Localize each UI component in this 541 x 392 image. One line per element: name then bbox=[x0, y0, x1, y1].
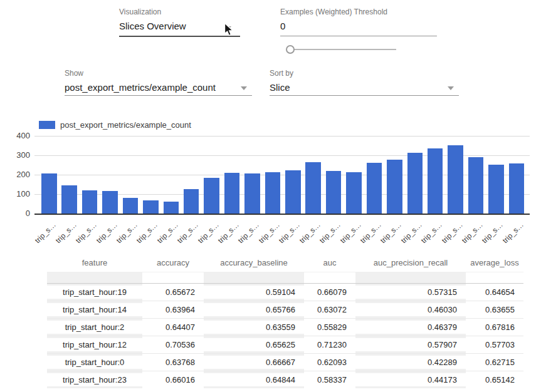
filter-cell bbox=[142, 272, 204, 283]
x-axis-tick-label: trip_s… bbox=[460, 220, 485, 245]
cell-value: 0.57907 bbox=[355, 338, 466, 351]
x-axis-tick-label: trip_s… bbox=[439, 220, 464, 245]
show-underline bbox=[65, 95, 252, 96]
metrics-table: featureaccuracyaccuracy_baselineaucauc_p… bbox=[47, 253, 523, 388]
x-axis-tick-label: trip_s… bbox=[115, 220, 139, 245]
bar[interactable] bbox=[367, 163, 382, 214]
table-row[interactable]: trip_start_hour:140.639640.657660.630720… bbox=[47, 301, 523, 318]
table-cell: 0.57315 bbox=[355, 284, 466, 301]
x-axis-baseline bbox=[34, 214, 530, 215]
cell-value: 0.59104 bbox=[204, 286, 304, 299]
cell-value: 0.65766 bbox=[204, 303, 304, 316]
cell-value: 0.63655 bbox=[466, 303, 523, 316]
visualization-value[interactable]: Slices Overview bbox=[119, 21, 240, 31]
column-header-average_loss[interactable]: average_loss bbox=[466, 258, 523, 267]
bar[interactable] bbox=[305, 162, 321, 214]
bar[interactable] bbox=[143, 200, 159, 214]
column-header-feature[interactable]: feature bbox=[47, 258, 142, 267]
x-axis-tick-label: trip_s… bbox=[298, 220, 322, 245]
cell-value: 0.64407 bbox=[142, 321, 204, 334]
slider-track[interactable] bbox=[290, 49, 396, 50]
table-cell: 0.67816 bbox=[466, 319, 523, 336]
show-value[interactable]: post_export_metrics/example_count bbox=[65, 82, 252, 93]
table-cell: 0.64407 bbox=[142, 319, 204, 336]
table-cell: 0.63072 bbox=[304, 301, 355, 318]
x-axis-tick-label: trip_s… bbox=[359, 220, 383, 245]
bar[interactable] bbox=[41, 173, 57, 214]
bar[interactable] bbox=[285, 170, 301, 214]
cell-value: trip_start_hour:2 bbox=[47, 321, 142, 334]
cell-value: 0.65625 bbox=[204, 338, 304, 351]
bar[interactable] bbox=[184, 189, 199, 214]
cell-value: 0.64654 bbox=[466, 286, 523, 299]
x-axis-tick-label: trip_s… bbox=[135, 220, 159, 245]
bar[interactable] bbox=[326, 171, 342, 214]
y-axis-tick-label: 100 bbox=[0, 189, 30, 199]
cell-value: 0.57315 bbox=[355, 286, 466, 299]
bar[interactable] bbox=[82, 190, 98, 214]
bar[interactable] bbox=[387, 160, 402, 214]
bar[interactable] bbox=[102, 191, 118, 214]
threshold-underline bbox=[280, 36, 437, 36]
x-axis-tick-label: trip_s… bbox=[176, 220, 200, 245]
bar[interactable] bbox=[224, 173, 240, 214]
slider-thumb[interactable] bbox=[286, 45, 295, 54]
table-body: trip_start_hour:190.656720.591040.660790… bbox=[47, 284, 523, 388]
table-cell: trip_start_hour:23 bbox=[47, 371, 142, 388]
cell-value: trip_start_hour:0 bbox=[47, 356, 142, 369]
bar[interactable] bbox=[164, 202, 179, 214]
table-row[interactable]: trip_start_hour:190.656720.591040.660790… bbox=[47, 284, 523, 301]
threshold-label: Examples (Weighted) Threshold bbox=[280, 8, 437, 16]
column-header-accuracy_baseline[interactable]: accuracy_baseline bbox=[204, 258, 304, 267]
table-row[interactable]: trip_start_hour:00.637680.666670.620930.… bbox=[47, 353, 523, 371]
bar[interactable] bbox=[468, 157, 484, 214]
visualization-dropdown[interactable]: Visualization Slices Overview bbox=[119, 8, 240, 31]
bar[interactable] bbox=[61, 185, 77, 214]
cell-value: 0.66016 bbox=[142, 373, 204, 386]
sort-by-value[interactable]: Slice bbox=[270, 82, 459, 93]
bar[interactable] bbox=[407, 153, 423, 214]
table-cell: 0.55829 bbox=[304, 319, 355, 336]
cell-value: 0.57703 bbox=[466, 338, 523, 351]
bar[interactable] bbox=[488, 165, 504, 214]
slices-overview-page: Visualization Slices Overview Examples (… bbox=[0, 0, 541, 392]
show-dropdown[interactable]: Show post_export_metrics/example_count bbox=[65, 69, 252, 93]
table-cell: 0.70536 bbox=[142, 336, 204, 353]
table-row[interactable]: trip_start_hour:120.705360.656250.712300… bbox=[47, 336, 523, 353]
table-row[interactable]: trip_start_hour:20.644070.635590.558290.… bbox=[47, 318, 523, 336]
table-cell: 0.65142 bbox=[466, 371, 523, 388]
threshold-slider[interactable] bbox=[286, 44, 396, 54]
cell-value: 0.44173 bbox=[355, 373, 466, 386]
gridline bbox=[34, 136, 530, 137]
bar[interactable] bbox=[265, 172, 281, 214]
cell-value: 0.67816 bbox=[466, 321, 523, 334]
column-header-accuracy[interactable]: accuracy bbox=[142, 258, 204, 267]
sort-by-dropdown[interactable]: Sort by Slice bbox=[270, 69, 459, 93]
column-header-auc_precision_recall[interactable]: auc_precision_recall bbox=[355, 258, 466, 267]
x-axis-tick-label: trip_s… bbox=[318, 220, 342, 245]
table-filter-row bbox=[47, 272, 523, 284]
cell-value: 0.66079 bbox=[304, 286, 355, 299]
table-cell: 0.59104 bbox=[204, 284, 304, 301]
column-header-auc[interactable]: auc bbox=[304, 258, 355, 267]
filter-cell bbox=[466, 272, 523, 283]
table-cell: 0.65766 bbox=[204, 301, 304, 318]
threshold-input[interactable]: 0 bbox=[280, 21, 437, 31]
bar[interactable] bbox=[346, 172, 362, 214]
bar[interactable] bbox=[204, 178, 219, 214]
table-row[interactable]: trip_start_hour:230.660160.648440.583370… bbox=[47, 371, 523, 388]
bar[interactable] bbox=[123, 198, 139, 214]
table-cell: 0.57907 bbox=[355, 336, 466, 353]
cell-value: 0.46379 bbox=[355, 321, 466, 334]
visualization-label: Visualization bbox=[119, 8, 240, 16]
mouse-cursor-icon bbox=[224, 23, 234, 39]
bar[interactable] bbox=[509, 163, 525, 214]
bar[interactable] bbox=[244, 173, 260, 214]
table-cell: 0.57703 bbox=[466, 336, 523, 353]
bar[interactable] bbox=[428, 148, 443, 214]
bar[interactable] bbox=[448, 145, 463, 214]
x-axis-tick-label: trip_s… bbox=[480, 220, 505, 245]
threshold-input-field[interactable]: Examples (Weighted) Threshold 0 bbox=[280, 8, 437, 31]
filter-cell bbox=[304, 272, 355, 283]
y-axis-tick-label: 300 bbox=[0, 150, 30, 160]
